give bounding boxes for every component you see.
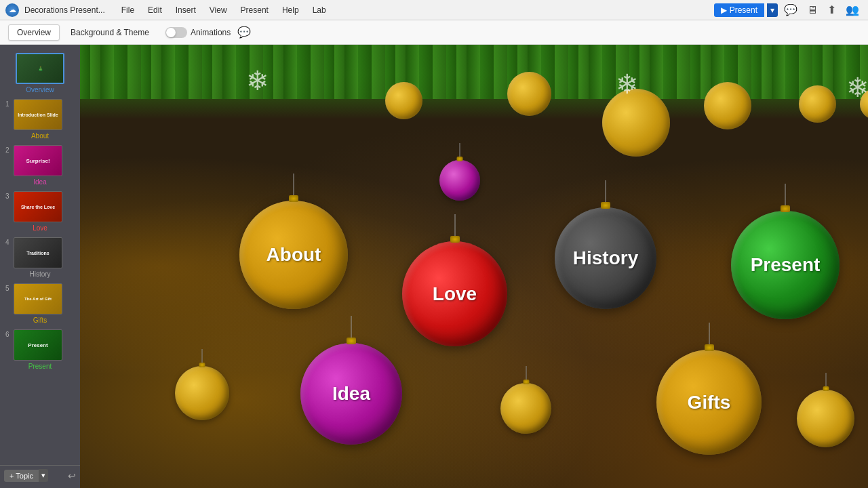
ornament-idea[interactable]: Idea: [300, 343, 402, 445]
slide-thumb-about[interactable]: 1 Introduction Slide About: [0, 96, 80, 142]
slide-num-5: 5: [5, 285, 11, 292]
slide-num-wrap-5: 5 The Art of Gift: [5, 283, 75, 314]
undo-button[interactable]: ↩: [68, 470, 76, 481]
ornament-about[interactable]: About: [239, 201, 348, 309]
menu-present[interactable]: Present: [235, 4, 274, 16]
slide-num-wrap-3: 3 Share the Love: [5, 191, 75, 222]
ornament-present[interactable]: Present: [731, 211, 840, 319]
slide-thumbnail-idea: Surprise!: [14, 145, 62, 176]
top-ball-1: [385, 82, 422, 119]
snowflake-1: ❄: [246, 65, 269, 96]
slide-num-wrap-2: 2 Surprise!: [5, 145, 75, 176]
menu-insert[interactable]: Insert: [170, 4, 201, 16]
slide-label-idea: Idea: [5, 178, 75, 186]
share-icon-button[interactable]: ⬆: [824, 2, 840, 18]
slide-thumb-present[interactable]: 6 Present Present: [0, 327, 80, 373]
slide-thumbnail-about: Introduction Slide: [14, 99, 62, 130]
slide-thumbnail-gifts: The Art of Gift: [14, 283, 62, 314]
slide-label-history: History: [5, 270, 75, 278]
ornament-love[interactable]: Love: [402, 241, 507, 346]
slide-label-love: Love: [5, 224, 75, 232]
slide-thumbnail-present: Present: [14, 329, 62, 361]
animations-toggle-wrap: Animations: [165, 27, 231, 38]
toggle-knob: [166, 28, 176, 37]
slide-label-overview: Overview: [5, 86, 75, 94]
slide-thumb-gifts[interactable]: 5 The Art of Gift Gifts: [0, 281, 80, 327]
sidebar-inner: 🎄 Overview 1 Introduction Slide About: [0, 47, 80, 485]
slide-thumb-history[interactable]: 4 Traditions History: [0, 235, 80, 281]
animations-label: Animations: [191, 28, 231, 37]
snowflake-3: ❄: [846, 72, 868, 103]
menu-lab[interactable]: Lab: [307, 4, 332, 16]
present-dropdown-button[interactable]: ▾: [767, 3, 778, 17]
menu-edit[interactable]: Edit: [142, 4, 167, 16]
slide-thumbnail-overview: 🎄: [16, 53, 64, 84]
slide-thumbnail-history: Traditions: [14, 237, 62, 268]
slide-num-wrap-1: 1 Introduction Slide: [5, 99, 75, 130]
menu-help[interactable]: Help: [277, 4, 304, 16]
ornament-love-label: Love: [433, 283, 477, 305]
ornament-present-label: Present: [751, 254, 821, 276]
comments-icon-button[interactable]: 💬: [781, 2, 801, 18]
small-orb-right: [797, 390, 854, 447]
add-topic-dropdown[interactable]: ▾: [39, 469, 48, 482]
top-ball-5: [799, 85, 836, 123]
users-icon-button[interactable]: 👥: [842, 2, 863, 18]
slide-num-2: 2: [5, 146, 11, 154]
slide-label-gifts: Gifts: [5, 317, 75, 324]
main-layout: 🎄 Overview 1 Introduction Slide About: [0, 45, 868, 488]
document-title: Decorations Present...: [24, 5, 105, 15]
top-ball-4: [704, 82, 751, 129]
present-button[interactable]: ▶Present: [714, 3, 764, 17]
top-ball-2: [507, 72, 551, 116]
top-bar: ☁ Decorations Present... File Edit Inser…: [0, 0, 868, 20]
sidebar-scroll[interactable]: 🎄 Overview 1 Introduction Slide About: [0, 47, 80, 465]
menu-view[interactable]: View: [204, 4, 233, 16]
slide-thumb-love[interactable]: 3 Share the Love Love: [0, 188, 80, 235]
app-icon: ☁: [5, 3, 19, 17]
slide-num-3: 3: [5, 192, 11, 200]
ornament-history-label: History: [573, 247, 638, 269]
small-orb-left: [175, 366, 229, 420]
ornament-history[interactable]: History: [555, 207, 656, 309]
small-orb-purple-top: [439, 160, 480, 201]
ornament-idea-label: Idea: [332, 383, 370, 405]
add-topic-bar: + Topic ▾ ↩: [0, 465, 80, 485]
slide-thumbnail-love: Share the Love: [14, 191, 62, 222]
slide-area: ❄ ❄ ❄ About Love History Present Idea: [80, 45, 868, 488]
toolbar: Overview Background & Theme Animations 💬: [0, 20, 868, 45]
tab-background-theme[interactable]: Background & Theme: [62, 25, 157, 40]
toolbar-comment-icon[interactable]: 💬: [237, 26, 251, 39]
snowflake-2: ❄: [616, 68, 639, 100]
add-topic-button[interactable]: + Topic: [4, 470, 39, 482]
ornament-about-label: About: [267, 244, 321, 266]
ornament-gifts[interactable]: Gifts: [656, 350, 762, 455]
screen-icon-button[interactable]: 🖥: [804, 3, 821, 18]
sidebar: 🎄 Overview 1 Introduction Slide About: [0, 45, 80, 488]
slide-num-4: 4: [5, 239, 11, 246]
slide-num-6: 6: [5, 331, 11, 338]
tab-overview[interactable]: Overview: [8, 24, 60, 41]
slide-label-about: About: [5, 132, 75, 140]
small-orb-center: [500, 383, 551, 434]
slide-label-present: Present: [5, 363, 75, 370]
slide-num-wrap-4: 4 Traditions: [5, 237, 75, 268]
animations-toggle[interactable]: [165, 27, 187, 38]
menu-file[interactable]: File: [116, 4, 140, 16]
slide-thumb-idea[interactable]: 2 Surprise! Idea: [0, 142, 80, 188]
slide-num-wrap-6: 6 Present: [5, 329, 75, 361]
slide-num-1: 1: [5, 100, 11, 108]
slide-thumb-overview[interactable]: 🎄 Overview: [0, 50, 80, 96]
ornament-gifts-label: Gifts: [688, 392, 731, 413]
